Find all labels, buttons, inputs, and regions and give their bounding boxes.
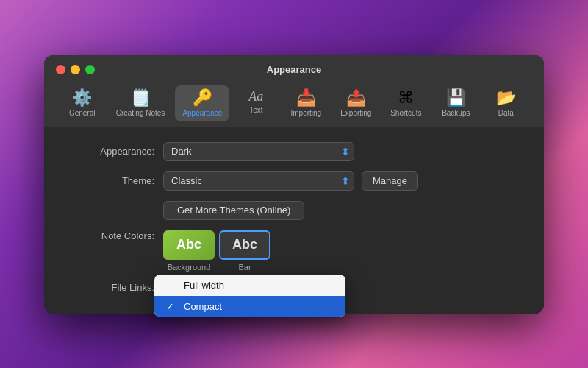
swatch-background[interactable]: Abc — [163, 230, 215, 260]
appearance-label: Appearance: — [66, 146, 154, 157]
dropdown-item-compact[interactable]: ✓ Compact — [154, 296, 345, 317]
file-links-row: File Links: Full width ✓ Compact — [66, 282, 522, 293]
manage-button[interactable]: Manage — [362, 171, 418, 191]
toolbar-item-creating-notes[interactable]: 🗒️ Creating Notes — [109, 85, 173, 121]
compact-label: Compact — [184, 301, 222, 312]
toolbar-label-text: Text — [249, 106, 262, 114]
color-swatches: Abc Abc — [163, 230, 270, 260]
shortcuts-icon: ⌘ — [398, 90, 414, 106]
titlebar: Appearance ⚙️ General 🗒️ Creating Notes … — [44, 55, 544, 127]
appearance-select[interactable]: Dark Light System — [163, 142, 354, 161]
full-width-label: Full width — [184, 280, 224, 291]
toolbar: ⚙️ General 🗒️ Creating Notes 🔑 Appearanc… — [59, 81, 530, 127]
note-colors-label: Note Colors: — [66, 230, 154, 241]
close-button[interactable] — [56, 65, 65, 74]
app-window: Appearance ⚙️ General 🗒️ Creating Notes … — [44, 55, 544, 314]
backups-icon: 💾 — [446, 90, 466, 106]
theme-select-wrapper: Classic Modern ⬍ — [163, 171, 354, 191]
toolbar-item-text[interactable]: Aa Text — [232, 85, 279, 118]
toolbar-label-general: General — [69, 109, 96, 117]
swatch-bar[interactable]: Abc — [219, 230, 270, 260]
content-area: Appearance: Dark Light System ⬍ Theme: C… — [44, 127, 544, 314]
importing-icon: 📥 — [296, 90, 316, 106]
theme-select[interactable]: Classic Modern — [163, 171, 354, 191]
window-controls — [56, 65, 95, 74]
appearance-icon: 🔑 — [193, 90, 212, 106]
note-colors-row: Note Colors: Abc Abc Background Bar — [66, 230, 522, 272]
theme-label: Theme: — [66, 175, 154, 186]
toolbar-label-exporting: Exporting — [340, 109, 371, 117]
maximize-button[interactable] — [85, 65, 95, 74]
toolbar-item-shortcuts[interactable]: ⌘ Shortcuts — [382, 85, 429, 121]
toolbar-item-importing[interactable]: 📥 Importing — [282, 85, 329, 121]
background-swatch-label: Background — [163, 263, 215, 272]
appearance-row: Appearance: Dark Light System ⬍ — [66, 142, 522, 161]
toolbar-item-general[interactable]: ⚙️ General — [59, 85, 106, 121]
appearance-select-wrapper: Dark Light System ⬍ — [163, 142, 354, 161]
toolbar-item-exporting[interactable]: 📤 Exporting — [332, 85, 379, 121]
exporting-icon: 📤 — [346, 90, 366, 106]
get-themes-button[interactable]: Get More Themes (Online) — [163, 201, 304, 220]
toolbar-label-data: Data — [498, 109, 514, 117]
creating-notes-icon: 🗒️ — [131, 90, 151, 106]
minimize-button[interactable] — [71, 65, 80, 74]
text-icon: Aa — [248, 90, 263, 103]
toolbar-item-data[interactable]: 📂 Data — [482, 85, 529, 121]
get-themes-row: Get More Themes (Online) — [163, 201, 522, 220]
toolbar-item-appearance[interactable]: 🔑 Appearance — [175, 85, 229, 121]
toolbar-label-importing: Importing — [290, 109, 321, 117]
data-icon: 📂 — [496, 90, 516, 106]
toolbar-label-creating-notes: Creating Notes — [116, 109, 165, 117]
swatch-bar-text: Abc — [232, 237, 257, 252]
window-title: Appearance — [56, 64, 532, 75]
toolbar-label-shortcuts: Shortcuts — [390, 109, 421, 117]
toolbar-label-appearance: Appearance — [182, 109, 222, 117]
swatch-background-text: Abc — [176, 237, 201, 252]
toolbar-label-backups: Backups — [442, 109, 470, 117]
file-links-dropdown: Full width ✓ Compact — [154, 275, 345, 317]
theme-row: Theme: Classic Modern ⬍ Manage — [66, 171, 522, 191]
file-links-label: File Links: — [66, 282, 154, 293]
dropdown-item-full-width[interactable]: Full width — [154, 275, 345, 296]
toolbar-item-backups[interactable]: 💾 Backups — [432, 85, 479, 121]
bar-swatch-label: Bar — [219, 263, 270, 272]
general-icon: ⚙️ — [72, 90, 92, 106]
swatch-labels: Background Bar — [163, 263, 270, 272]
compact-checkmark-icon: ✓ — [166, 301, 178, 312]
